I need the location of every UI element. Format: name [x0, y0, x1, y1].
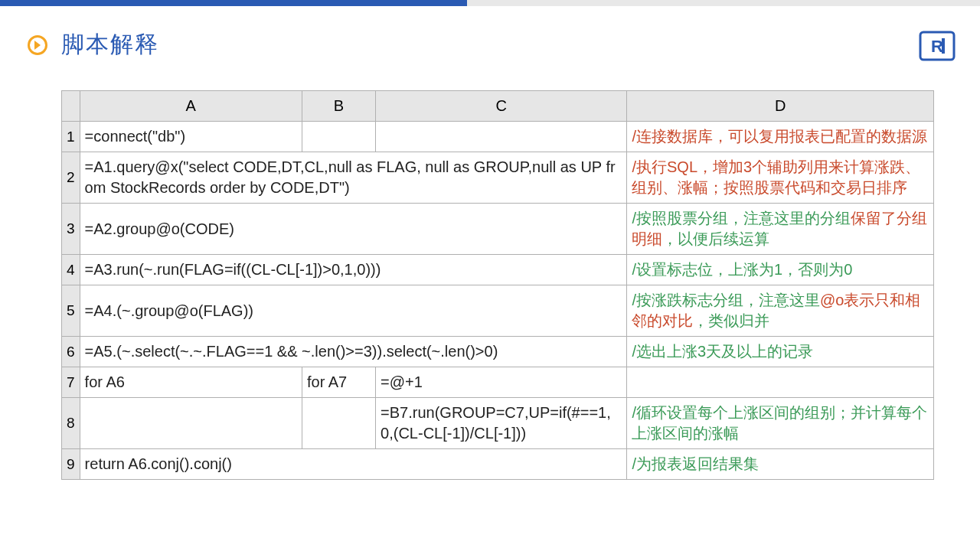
accent-bar-light	[467, 0, 980, 6]
cell-b	[302, 122, 375, 152]
header-row: A B C D	[62, 91, 934, 122]
comment-segment: /按照股票分组，注意这里的分组	[632, 210, 851, 227]
cell-c: =B7.run(GROUP=C7,UP=if(#==1,0,(CL-CL[-1]…	[376, 398, 627, 449]
cell-a: =A1.query@x("select CODE,DT,CL,null as F…	[80, 152, 627, 204]
cell-d: /按照股票分组，注意这里的分组保留了分组明细，以便后续运算	[627, 204, 934, 255]
cell-d	[627, 367, 934, 398]
row-number: 5	[62, 285, 80, 337]
table-row: 4=A3.run(~.run(FLAG=if((CL-CL[-1])>0,1,0…	[62, 255, 934, 285]
table-row: 2=A1.query@x("select CODE,DT,CL,null as …	[62, 152, 934, 204]
cell-a: =connect("db")	[80, 122, 302, 152]
table-row: 1=connect("db")/连接数据库，可以复用报表已配置的数据源	[62, 122, 934, 152]
table-body: 1=connect("db")/连接数据库，可以复用报表已配置的数据源2=A1.…	[62, 122, 934, 480]
row-number: 6	[62, 337, 80, 367]
table-row: 7for A6for A7=@+1	[62, 367, 934, 398]
table-row: 5=A4.(~.group@o(FLAG))/按涨跌标志分组，注意这里@o表示只…	[62, 285, 934, 337]
col-b: B	[302, 91, 375, 122]
comment-segment: /循环设置每个上涨区间的组别；并计算每个上涨区间的涨幅	[632, 404, 927, 442]
comment-segment: /为报表返回结果集	[632, 455, 759, 472]
corner-cell	[62, 91, 80, 122]
cell-d: /为报表返回结果集	[627, 449, 934, 480]
cell-a: =A3.run(~.run(FLAG=if((CL-CL[-1])>0,1,0)…	[80, 255, 627, 285]
slide-title: 脚本解释	[61, 29, 159, 60]
cell-b	[302, 398, 375, 449]
cell-a: =A5.(~.select(~.~.FLAG==1 && ~.len()>=3)…	[80, 337, 627, 367]
cell-d: /执行SQL，增加3个辅助列用来计算涨跌、组别、涨幅；按照股票代码和交易日排序	[627, 152, 934, 204]
cell-d: /循环设置每个上涨区间的组别；并计算每个上涨区间的涨幅	[627, 398, 934, 449]
cell-a: =A2.group@o(CODE)	[80, 204, 627, 255]
cell-a	[80, 398, 302, 449]
table-row: 9return A6.conj().conj()/为报表返回结果集	[62, 449, 934, 480]
comment-segment: /执行SQL，增加3个辅助列用来计算涨跌、组别、涨幅；按照股票代码和交易日排序	[632, 158, 920, 196]
svg-text:R: R	[931, 37, 943, 56]
col-a: A	[80, 91, 302, 122]
svg-rect-2	[942, 38, 945, 54]
col-c: C	[376, 91, 627, 122]
cell-a: for A6	[80, 367, 302, 398]
row-number: 2	[62, 152, 80, 204]
brand-logo: R	[919, 31, 956, 61]
cell-d: /设置标志位，上涨为1，否则为0	[627, 255, 934, 285]
table-row: 6=A5.(~.select(~.~.FLAG==1 && ~.len()>=3…	[62, 337, 934, 367]
cell-a: =A4.(~.group@o(FLAG))	[80, 285, 627, 337]
table-row: 3=A2.group@o(CODE)/按照股票分组，注意这里的分组保留了分组明细…	[62, 204, 934, 255]
slide-title-row: 脚本解释	[28, 29, 159, 60]
table-row: 8=B7.run(GROUP=C7,UP=if(#==1,0,(CL-CL[-1…	[62, 398, 934, 449]
cell-c	[376, 122, 627, 152]
row-number: 9	[62, 449, 80, 480]
chevron-icon	[28, 35, 47, 55]
comment-segment: ，以便后续运算	[662, 230, 769, 247]
comment-segment: /连接数据库，可以复用报表已配置的数据源	[632, 128, 927, 145]
row-number: 3	[62, 204, 80, 255]
comment-segment: /设置标志位，上涨为1，否则为0	[632, 261, 852, 278]
script-table: A B C D 1=connect("db")/连接数据库，可以复用报表已配置的…	[61, 90, 934, 480]
col-d: D	[627, 91, 934, 122]
comment-segment: /选出上涨3天及以上的记录	[632, 343, 813, 360]
row-number: 7	[62, 367, 80, 398]
row-number: 4	[62, 255, 80, 285]
comment-segment: /按涨跌标志分组，注意这里	[632, 292, 820, 308]
row-number: 1	[62, 122, 80, 152]
accent-bar	[0, 0, 467, 6]
cell-a: return A6.conj().conj()	[80, 449, 627, 480]
row-number: 8	[62, 398, 80, 449]
cell-d: /连接数据库，可以复用报表已配置的数据源	[627, 122, 934, 152]
comment-segment: ，类似归并	[693, 312, 769, 329]
cell-c: =@+1	[376, 367, 627, 398]
cell-d: /选出上涨3天及以上的记录	[627, 337, 934, 367]
cell-d: /按涨跌标志分组，注意这里@o表示只和相邻的对比，类似归并	[627, 285, 934, 337]
cell-b: for A7	[302, 367, 375, 398]
